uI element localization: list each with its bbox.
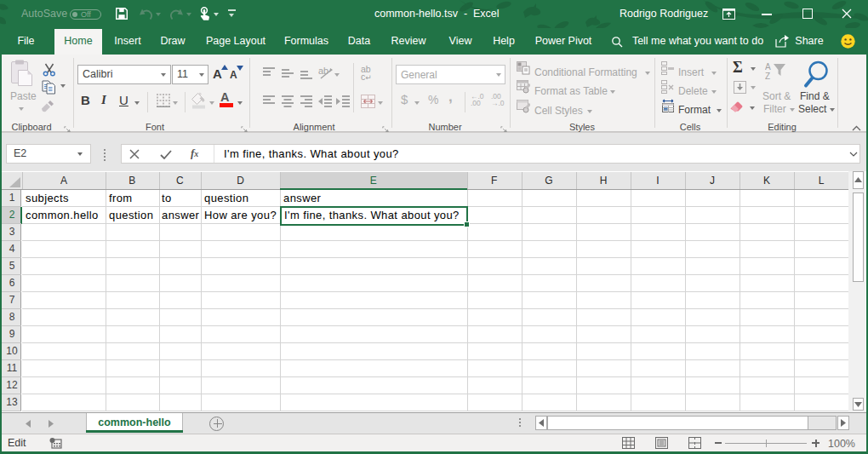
svg-text:A: A	[765, 62, 771, 72]
svg-text:Z: Z	[765, 72, 770, 81]
svg-text:ab: ab	[318, 66, 328, 76]
